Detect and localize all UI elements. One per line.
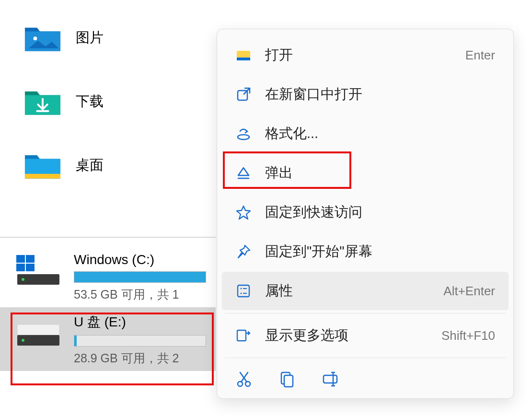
svg-rect-19 <box>238 285 249 297</box>
sidebar-label-desktop: 桌面 <box>76 156 104 175</box>
menu-format-label: 格式化... <box>265 124 495 143</box>
rename-icon[interactable] <box>321 370 340 389</box>
copy-icon[interactable] <box>278 370 297 389</box>
drive-info-c: Windows (C:) 53.5 GB 可用，共 1 <box>74 251 206 302</box>
menu-open-new-window[interactable]: 在新窗口中打开 <box>222 75 509 114</box>
svg-point-26 <box>245 382 250 386</box>
drive-free-e: 28.9 GB 可用，共 2 <box>74 350 206 366</box>
eject-icon <box>235 165 252 181</box>
svg-point-25 <box>238 382 243 386</box>
svg-rect-11 <box>17 324 59 335</box>
menu-open[interactable]: 打开 Enter <box>222 36 509 74</box>
svg-rect-29 <box>324 375 337 383</box>
svg-rect-15 <box>237 58 250 60</box>
menu-pin-start-label: 固定到"开始"屏幕 <box>265 242 495 261</box>
sidebar-folders: 图片 下载 桌面 <box>5 19 211 210</box>
pictures-icon <box>24 23 61 53</box>
svg-rect-8 <box>26 255 35 263</box>
svg-point-13 <box>22 339 24 342</box>
drive-bar-c <box>74 271 206 283</box>
sidebar-item-pictures[interactable]: 图片 <box>5 19 211 57</box>
properties-icon <box>235 283 252 299</box>
folder-open-icon <box>235 47 252 63</box>
sidebar-item-downloads[interactable]: 下载 <box>5 83 211 120</box>
drive-icon-c <box>14 251 62 287</box>
more-icon <box>235 327 252 344</box>
desktop-icon <box>24 151 61 180</box>
svg-rect-9 <box>16 264 25 271</box>
drives-section: Windows (C:) 53.5 GB 可用，共 1 U 盘 (E:) 28.… <box>0 237 216 371</box>
menu-more-label: 显示更多选项 <box>265 326 428 345</box>
drive-name-c: Windows (C:) <box>74 252 206 267</box>
svg-point-22 <box>241 293 242 294</box>
drive-e[interactable]: U 盘 (E:) 28.9 GB 可用，共 2 <box>0 307 216 371</box>
menu-open-new-window-label: 在新窗口中打开 <box>265 85 495 104</box>
menu-separator-2 <box>225 358 506 358</box>
menu-properties-label: 属性 <box>265 281 430 301</box>
svg-point-1 <box>33 36 37 40</box>
context-toolbar <box>220 361 510 393</box>
drive-bar-e <box>74 335 206 347</box>
menu-separator <box>225 313 506 313</box>
sidebar-item-desktop[interactable]: 桌面 <box>5 147 211 184</box>
menu-eject[interactable]: 弹出 <box>222 154 509 192</box>
drive-icon-e <box>14 312 62 348</box>
menu-pin-start[interactable]: 固定到"开始"屏幕 <box>222 232 509 271</box>
svg-rect-28 <box>284 375 293 387</box>
cut-icon[interactable] <box>234 370 254 389</box>
drive-free-c: 53.5 GB 可用，共 1 <box>74 287 206 302</box>
svg-point-17 <box>238 135 249 139</box>
format-icon <box>235 126 252 142</box>
svg-rect-24 <box>237 330 246 341</box>
svg-rect-4 <box>25 174 60 179</box>
menu-pin-quick-label: 固定到快速访问 <box>265 203 495 222</box>
menu-properties[interactable]: 属性 Alt+Enter <box>222 272 509 310</box>
svg-rect-10 <box>26 264 35 271</box>
star-icon <box>235 204 252 220</box>
drive-info-e: U 盘 (E:) 28.9 GB 可用，共 2 <box>74 312 206 366</box>
menu-open-shortcut: Enter <box>465 48 495 63</box>
drive-name-e: U 盘 (E:) <box>74 313 206 331</box>
external-link-icon <box>235 86 252 103</box>
svg-point-6 <box>22 278 24 281</box>
drive-c[interactable]: Windows (C:) 53.5 GB 可用，共 1 <box>0 246 216 307</box>
svg-point-20 <box>241 288 242 290</box>
svg-rect-7 <box>16 255 25 263</box>
menu-properties-shortcut: Alt+Enter <box>443 284 495 299</box>
sidebar-label-pictures: 图片 <box>76 28 104 47</box>
menu-open-label: 打开 <box>265 46 452 65</box>
menu-eject-label: 弹出 <box>265 163 495 183</box>
sidebar-label-downloads: 下载 <box>76 92 104 111</box>
context-menu: 打开 Enter 在新窗口中打开 格式化... 弹出 固定到快速访问 固定到"开… <box>217 29 514 399</box>
menu-more-shortcut: Shift+F10 <box>441 328 495 343</box>
downloads-icon <box>24 87 61 116</box>
pin-icon <box>235 243 252 260</box>
menu-format[interactable]: 格式化... <box>222 115 509 153</box>
menu-more-options[interactable]: 显示更多选项 Shift+F10 <box>222 316 509 355</box>
menu-pin-quick-access[interactable]: 固定到快速访问 <box>222 193 509 232</box>
